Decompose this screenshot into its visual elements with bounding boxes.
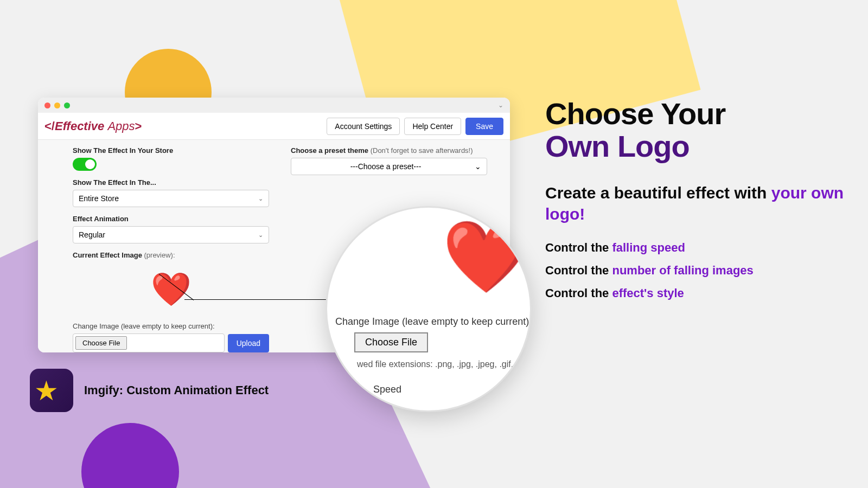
preset-value: ---Choose a preset--- — [297, 162, 475, 171]
headline: Choose Your Own Logo — [545, 98, 849, 163]
heart-icon: ❤️ — [151, 273, 192, 306]
account-settings-button[interactable]: Account Settings — [327, 118, 400, 135]
upload-button[interactable]: Upload — [228, 334, 269, 352]
effect-preview: ❤️ — [73, 262, 269, 322]
current-image-label: Current Effect Image (preview): — [73, 251, 269, 259]
change-image-label: Change Image (leave empty to keep curren… — [73, 322, 269, 330]
logo: </Effective Apps> — [44, 119, 142, 133]
show-effect-toggle[interactable] — [73, 158, 97, 171]
save-button[interactable]: Save — [465, 118, 503, 135]
feature-2: Control the number of falling images — [545, 264, 849, 278]
zoom-change-image-label: Change Image (leave empty to keep curren… — [335, 316, 529, 328]
zoom-speed-label: Speed — [373, 384, 401, 395]
chevron-down-icon: ⌄ — [475, 162, 481, 171]
choose-file-button[interactable]: Choose File — [75, 336, 127, 350]
show-in-label: Show The Effect In The... — [73, 178, 269, 187]
preset-select[interactable]: ---Choose a preset--- ⌄ — [291, 158, 487, 175]
chevron-down-icon: ⌄ — [258, 232, 263, 239]
feature-3: Control the effect's style — [545, 286, 849, 300]
show-effect-label: Show The Effect In Your Store — [73, 146, 269, 155]
app-icon: ★ — [30, 369, 73, 412]
animation-select[interactable]: Regular ⌄ — [73, 226, 269, 243]
animation-label: Effect Animation — [73, 215, 269, 223]
close-icon[interactable] — [44, 102, 50, 108]
connector-line — [184, 299, 331, 300]
chevron-down-icon: ⌄ — [258, 195, 263, 202]
titlebar: ⌄ — [38, 98, 510, 113]
star-icon: ★ — [34, 375, 59, 407]
file-input[interactable]: Choose File — [73, 333, 225, 352]
chevron-down-icon[interactable]: ⌄ — [498, 101, 503, 109]
heart-icon: ❤️ — [442, 221, 530, 292]
zoom-choose-file-button[interactable]: Choose File — [354, 332, 428, 352]
preset-label: Choose a preset theme (Don't forget to s… — [291, 146, 487, 155]
help-center-button[interactable]: Help Center — [404, 118, 461, 135]
app-header: </Effective Apps> Account Settings Help … — [38, 113, 510, 140]
subheadline: Create a beautiful effect with your own … — [545, 182, 849, 224]
show-in-value: Entire Store — [79, 194, 119, 203]
feature-1: Control the falling speed — [545, 241, 849, 255]
zoom-extensions-text: wed file extensions: .png, .jpg, .jpeg, … — [357, 359, 532, 369]
maximize-icon[interactable] — [64, 102, 70, 108]
zoom-detail: ❤️ Change Image (leave empty to keep cur… — [326, 206, 532, 412]
marketing-panel: Choose Your Own Logo Create a beautiful … — [545, 98, 849, 309]
app-name: Imgify: Custom Animation Effect — [84, 383, 269, 397]
minimize-icon[interactable] — [54, 102, 60, 108]
show-in-select[interactable]: Entire Store ⌄ — [73, 190, 269, 207]
animation-value: Regular — [79, 230, 105, 239]
